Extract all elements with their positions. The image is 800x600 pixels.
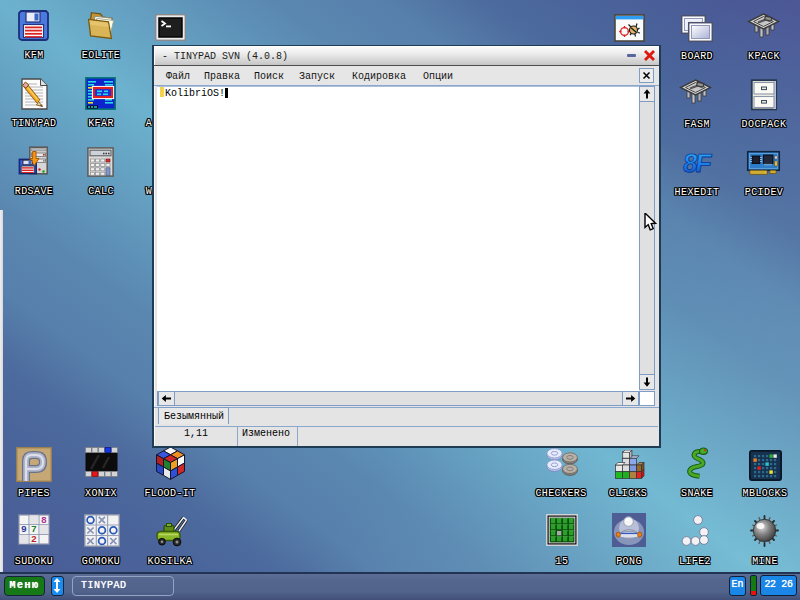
svg-text:8: 8 [41,514,46,525]
svg-text:8F: 8F [681,149,713,176]
svg-text:2: 2 [31,533,36,544]
svg-text:9: 9 [21,523,26,534]
